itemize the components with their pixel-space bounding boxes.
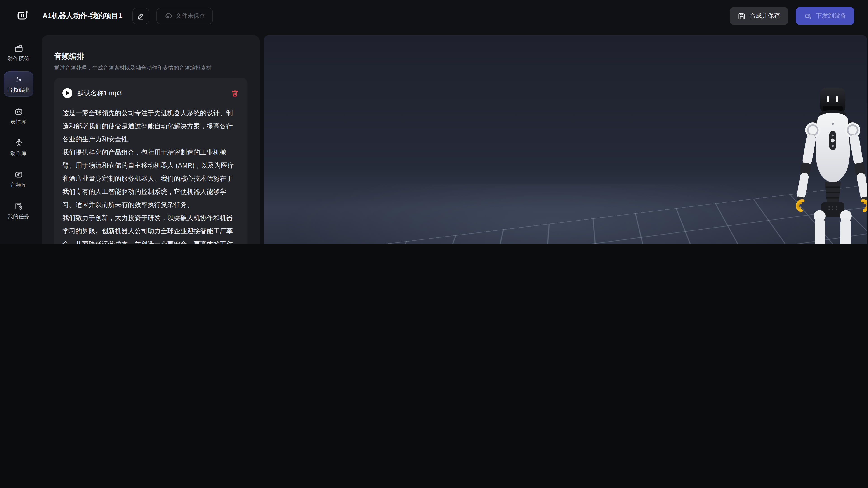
audio-arrange-panel: 音频编排 通过音频处理，生成音频素材以及融合动作和表情的音频编排素材 默认名称1… bbox=[41, 35, 260, 244]
sidebar-label: 我的任务 bbox=[8, 213, 29, 220]
robot-download-icon bbox=[804, 12, 812, 20]
script-paragraph: 我们致力于创新，大力投资于研发，以突破人机协作和机器学习的界限。创新机器人公司助… bbox=[62, 212, 239, 244]
audio-play-button[interactable] bbox=[62, 88, 72, 98]
sidebar-item-audio-arrange[interactable]: 音频编排 bbox=[4, 71, 33, 97]
floor-glow bbox=[264, 184, 867, 244]
script-text[interactable]: 这是一家全球领先的公司专注于先进机器人系统的设计、制造和部署我们的使命是通过智能… bbox=[62, 107, 239, 244]
script-paragraph: 我们提供样化的产品组合，包括用于精密制造的工业机械臂、用于物流和仓储的自主移动机… bbox=[62, 146, 239, 212]
sidebar-label: 动作库 bbox=[10, 150, 27, 157]
audio-file-row: 默认名称1.mp3 bbox=[62, 84, 239, 102]
tasks-icon bbox=[14, 201, 23, 211]
pencil-icon bbox=[137, 12, 145, 20]
sidebar-item-motion-mimic[interactable]: 动作模仿 bbox=[4, 40, 33, 65]
sidebar: 动作模仿 音频编排 表情库 bbox=[0, 32, 37, 223]
app-window: A1机器人动作-我的项目1 文件未保存 bbox=[0, 0, 868, 244]
app-logo-icon bbox=[16, 9, 30, 23]
save-button[interactable]: 合成并保存 bbox=[730, 7, 788, 25]
top-bar: A1机器人动作-我的项目1 文件未保存 bbox=[0, 0, 868, 32]
robot-model[interactable] bbox=[787, 86, 867, 244]
project-title: A1机器人动作-我的项目1 bbox=[42, 11, 123, 21]
audio-script-card: 默认名称1.mp3 这是一家全球领先的公司专注于先进机器人系统的设计、制造和部署… bbox=[54, 78, 247, 244]
viewport-3d[interactable]: Z Y X bbox=[264, 35, 867, 244]
sidebar-item-audio-library[interactable]: 音频库 bbox=[4, 166, 33, 192]
deploy-label: 下发到设备 bbox=[816, 12, 846, 20]
sidebar-item-my-tasks[interactable]: 我的任务 bbox=[4, 198, 33, 223]
sidebar-label: 音频编排 bbox=[8, 87, 29, 93]
save-label: 合成并保存 bbox=[749, 12, 780, 20]
sparkles-icon bbox=[14, 75, 23, 84]
script-paragraph: 这是一家全球领先的公司专注于先进机器人系统的设计、制造和部署我们的使命是通过智能… bbox=[62, 107, 239, 146]
sidebar-label: 表情库 bbox=[10, 118, 27, 125]
unsaved-label: 文件未保存 bbox=[176, 12, 205, 20]
sidebar-item-motion-library[interactable]: 动作库 bbox=[4, 135, 33, 160]
panel-subtitle: 通过音频处理，生成音频素材以及融合动作和表情的音频编排素材 bbox=[54, 64, 212, 72]
unsaved-status-button[interactable]: 文件未保存 bbox=[156, 7, 213, 24]
sidebar-item-expression-library[interactable]: 表情库 bbox=[4, 103, 33, 128]
audio-file-name: 默认名称1.mp3 bbox=[77, 89, 122, 97]
person-icon bbox=[14, 138, 23, 148]
deploy-button[interactable]: 下发到设备 bbox=[796, 7, 855, 25]
panel-title: 音频编排 bbox=[54, 51, 84, 61]
save-icon bbox=[738, 12, 745, 20]
cloud-unsaved-icon bbox=[164, 12, 172, 20]
robot-face-icon bbox=[14, 106, 23, 116]
delete-audio-icon[interactable] bbox=[230, 89, 239, 97]
sidebar-label: 动作模仿 bbox=[8, 55, 29, 62]
rename-button[interactable] bbox=[132, 7, 149, 24]
clapperboard-icon bbox=[14, 43, 23, 53]
sidebar-label: 音频库 bbox=[10, 182, 27, 188]
music-library-icon bbox=[14, 170, 23, 179]
